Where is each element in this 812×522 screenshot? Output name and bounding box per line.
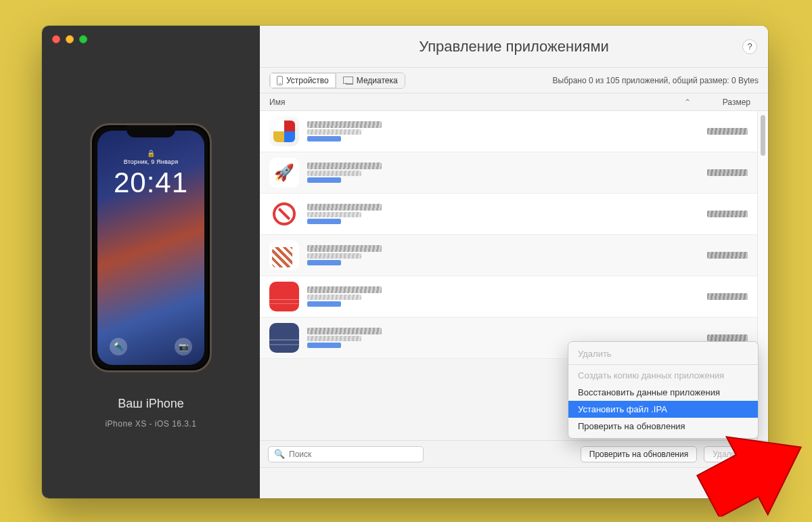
footer: 🔍 Проверить на обновления Удалить ▾ xyxy=(260,440,768,467)
search-input[interactable] xyxy=(289,450,418,459)
menu-install-ipa[interactable]: Установить файл .IPA xyxy=(568,401,758,418)
camera-icon: 📷 xyxy=(175,338,192,355)
column-size[interactable]: Размер xyxy=(692,97,753,107)
phone-screen: 🔒 Вторник, 9 Января 20:41 🔦 📷 xyxy=(97,131,204,365)
segment-device[interactable]: Устройство xyxy=(270,73,336,88)
column-name[interactable]: Имя xyxy=(269,97,683,107)
search-icon: 🔍 xyxy=(274,449,285,459)
app-size xyxy=(687,293,748,300)
app-size xyxy=(687,334,748,341)
app-name-redacted xyxy=(307,204,382,211)
selection-status: Выбрано 0 из 105 приложений, общий разме… xyxy=(553,76,759,85)
menu-backup-app-data[interactable]: Создать копию данных приложения xyxy=(568,367,758,384)
menu-restore-app-data[interactable]: Восстановить данные приложения xyxy=(568,384,758,401)
device-preview: 🔒 Вторник, 9 Января 20:41 🔦 📷 xyxy=(90,123,212,372)
app-icon xyxy=(269,158,299,188)
window-controls xyxy=(52,35,87,43)
app-name-redacted xyxy=(307,286,382,293)
scrollbar-thumb[interactable] xyxy=(761,115,765,156)
table-row[interactable] xyxy=(260,194,757,235)
lock-icon: 🔒 xyxy=(147,150,155,157)
app-size xyxy=(687,128,748,135)
app-size xyxy=(687,252,748,259)
app-size xyxy=(687,211,748,217)
bottom-bar: о xyxy=(260,467,768,498)
app-detail-redacted xyxy=(307,212,361,217)
sidebar: 🔒 Вторник, 9 Января 20:41 🔦 📷 Ваш iPhone… xyxy=(42,26,260,498)
app-icon xyxy=(269,116,299,146)
view-segment: Устройство Медиатека xyxy=(269,72,405,89)
context-menu: Удалить Создать копию данных приложения … xyxy=(568,341,759,439)
list-header: Имя ⌃ Размер xyxy=(260,93,768,111)
app-name-redacted xyxy=(307,245,382,252)
app-icon xyxy=(269,323,299,353)
segment-device-label: Устройство xyxy=(286,76,329,85)
app-link-redacted xyxy=(307,136,341,142)
size-redacted xyxy=(707,252,748,259)
app-window: 🔒 Вторник, 9 Января 20:41 🔦 📷 Ваш iPhone… xyxy=(42,26,768,498)
size-redacted xyxy=(707,128,748,135)
device-icon xyxy=(277,76,283,85)
toolbar: Устройство Медиатека Выбрано 0 из 105 пр… xyxy=(260,68,768,93)
library-icon xyxy=(343,77,353,84)
lock-date: Вторник, 9 Января xyxy=(124,158,179,165)
app-icon xyxy=(269,282,299,311)
segment-library[interactable]: Медиатека xyxy=(336,73,405,88)
segment-library-label: Медиатека xyxy=(357,76,398,85)
flashlight-icon: 🔦 xyxy=(110,338,127,355)
app-icon xyxy=(269,240,299,270)
size-redacted xyxy=(707,211,748,217)
close-window-button[interactable] xyxy=(52,35,60,43)
app-detail-redacted xyxy=(307,253,361,259)
app-info xyxy=(307,121,687,142)
app-info xyxy=(307,286,687,307)
app-detail-redacted xyxy=(307,171,361,176)
app-size xyxy=(687,169,748,176)
app-detail-redacted xyxy=(307,295,361,300)
app-detail-redacted xyxy=(307,129,361,135)
table-row[interactable] xyxy=(260,276,757,318)
zoom-window-button[interactable] xyxy=(79,35,87,43)
page-title: Управление приложениями xyxy=(419,38,609,56)
app-name-redacted xyxy=(307,162,382,169)
annotation-arrow xyxy=(696,429,811,517)
check-updates-button[interactable]: Проверить на обновления xyxy=(581,446,697,462)
size-redacted xyxy=(707,293,748,300)
app-name-redacted xyxy=(307,121,382,128)
app-name-redacted xyxy=(307,328,382,334)
app-info xyxy=(307,204,687,224)
app-info xyxy=(307,245,687,265)
sort-indicator-icon[interactable]: ⌃ xyxy=(683,97,692,107)
scrollbar[interactable] xyxy=(757,111,768,440)
device-title: Ваш iPhone xyxy=(118,397,184,411)
phone-notch xyxy=(127,125,175,137)
help-button[interactable]: ? xyxy=(742,39,757,54)
size-redacted xyxy=(707,169,748,176)
menu-separator xyxy=(568,364,758,365)
search-field[interactable]: 🔍 xyxy=(268,446,424,462)
lock-bottom-icons: 🔦 📷 xyxy=(97,338,204,355)
device-subtitle: iPhone XS - iOS 16.3.1 xyxy=(105,419,196,429)
app-link-redacted xyxy=(307,301,341,307)
app-link-redacted xyxy=(307,343,341,348)
svg-marker-0 xyxy=(696,429,811,517)
table-row[interactable] xyxy=(260,152,757,194)
main-panel: Управление приложениями ? Устройство Мед… xyxy=(260,26,768,498)
app-icon xyxy=(269,199,299,229)
app-link-redacted xyxy=(307,219,341,224)
minimize-window-button[interactable] xyxy=(66,35,74,43)
app-detail-redacted xyxy=(307,336,361,341)
app-link-redacted xyxy=(307,177,341,183)
check-updates-label: Проверить на обновления xyxy=(589,450,688,459)
table-row[interactable] xyxy=(260,235,757,276)
table-row[interactable] xyxy=(260,111,757,152)
lock-time: 20:41 xyxy=(114,167,188,199)
menu-delete[interactable]: Удалить xyxy=(568,345,758,362)
app-info xyxy=(307,162,687,183)
size-redacted xyxy=(707,334,748,341)
app-link-redacted xyxy=(307,260,341,265)
header: Управление приложениями ? xyxy=(260,26,768,68)
